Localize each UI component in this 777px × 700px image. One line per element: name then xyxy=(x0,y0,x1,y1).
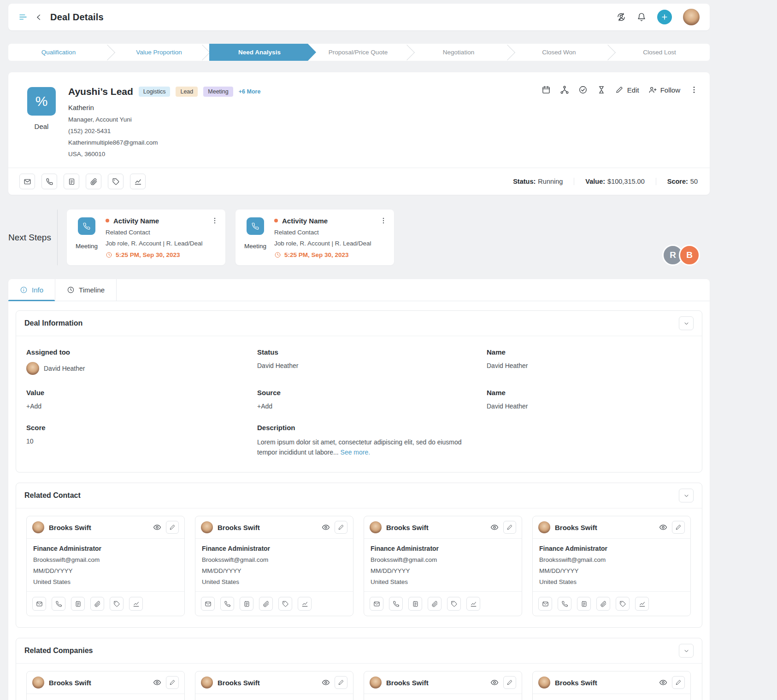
view-company-button[interactable] xyxy=(490,678,499,687)
stage-need-analysis[interactable]: Need Analysis xyxy=(209,44,316,61)
edit-company-button[interactable] xyxy=(166,676,179,689)
tag-button[interactable] xyxy=(110,597,124,611)
stage-negotiation[interactable]: Negotiation xyxy=(408,44,509,61)
email-button[interactable] xyxy=(32,597,46,611)
tag-button[interactable] xyxy=(278,597,292,611)
eye-icon xyxy=(490,678,499,687)
workflow-button[interactable] xyxy=(560,85,569,94)
related-contact-title: Related Contact xyxy=(24,491,81,500)
analytics-button[interactable] xyxy=(129,597,143,611)
call-button[interactable] xyxy=(52,597,65,611)
tag-lead: Lead xyxy=(176,87,198,97)
attachment-button[interactable] xyxy=(428,597,441,611)
tab-timeline[interactable]: Timeline xyxy=(55,279,117,301)
more-tags-link[interactable]: +6 More xyxy=(239,88,261,95)
call-button[interactable] xyxy=(558,597,571,611)
view-contact-button[interactable] xyxy=(322,523,330,531)
contact-name: Brooks Swift xyxy=(49,524,148,531)
contact-date: MM/DD/YYYY xyxy=(202,567,347,574)
email-button[interactable] xyxy=(19,174,35,189)
activity-name: Activity Name xyxy=(113,217,206,225)
chevron-down-icon xyxy=(683,320,690,327)
see-more-link[interactable]: See more. xyxy=(341,449,371,456)
mail-icon xyxy=(373,601,380,607)
call-button[interactable] xyxy=(220,597,234,611)
add-source-link[interactable]: +Add xyxy=(257,402,487,410)
notes-button[interactable] xyxy=(240,597,253,611)
stage-closed-lost[interactable]: Closed Lost xyxy=(609,44,710,61)
notes-button[interactable] xyxy=(71,597,85,611)
edit-company-button[interactable] xyxy=(335,676,347,689)
notes-button[interactable] xyxy=(577,597,591,611)
view-contact-button[interactable] xyxy=(153,523,161,531)
attachment-button[interactable] xyxy=(259,597,273,611)
collaborator-avatar-b[interactable]: B xyxy=(679,245,700,266)
call-button[interactable] xyxy=(41,174,57,189)
edit-contact-button[interactable] xyxy=(166,521,179,534)
stage-proposal-price-quote[interactable]: Proposal/Price Quote xyxy=(308,44,408,61)
edit-company-button[interactable] xyxy=(503,676,516,689)
paperclip-icon xyxy=(431,601,438,607)
tag-icon xyxy=(282,601,289,607)
menu-button[interactable] xyxy=(18,12,28,22)
analytics-button[interactable] xyxy=(466,597,480,611)
deal-location: USA, 360010 xyxy=(68,151,699,158)
tag-button[interactable] xyxy=(447,597,461,611)
company-card: Brooks Swift xyxy=(364,671,522,700)
attachment-button[interactable] xyxy=(596,597,610,611)
calendar-button[interactable] xyxy=(542,85,551,94)
attachment-button[interactable] xyxy=(90,597,104,611)
edit-contact-button[interactable] xyxy=(503,521,516,534)
analytics-button[interactable] xyxy=(298,597,312,611)
workflow-icon xyxy=(560,85,569,94)
analytics-button[interactable] xyxy=(130,174,146,189)
notes-button[interactable] xyxy=(408,597,422,611)
deal-metrics: Status:Running Value:$100,315.00 Score:5… xyxy=(502,178,699,185)
view-contact-button[interactable] xyxy=(490,523,499,531)
view-company-button[interactable] xyxy=(322,678,330,687)
attachment-button[interactable] xyxy=(86,174,101,189)
email-button[interactable] xyxy=(201,597,215,611)
tag-icon xyxy=(112,178,120,186)
tag-button[interactable] xyxy=(108,174,124,189)
analytics-button[interactable] xyxy=(635,597,649,611)
tab-info[interactable]: Info xyxy=(8,279,55,301)
task-button[interactable] xyxy=(578,85,588,94)
quick-add-button[interactable] xyxy=(657,10,672,24)
tag-button[interactable] xyxy=(616,597,630,611)
stage-closed-won[interactable]: Closed Won xyxy=(509,44,609,61)
notifications-button[interactable] xyxy=(637,12,646,22)
more-options-button[interactable] xyxy=(689,85,699,94)
add-value-link[interactable]: +Add xyxy=(26,402,257,410)
activity-more-button[interactable] xyxy=(211,216,219,225)
pencil-icon xyxy=(506,524,513,531)
pencil-icon xyxy=(169,679,176,686)
view-company-button[interactable] xyxy=(659,678,667,687)
back-button[interactable] xyxy=(35,13,43,22)
email-button[interactable] xyxy=(538,597,552,611)
stage-qualification[interactable]: Qualification xyxy=(8,44,109,61)
user-switch-button[interactable] xyxy=(617,12,626,22)
follow-button[interactable]: Follow xyxy=(648,86,680,94)
collapse-related-contact-button[interactable] xyxy=(679,489,694,502)
email-button[interactable] xyxy=(370,597,383,611)
user-avatar[interactable] xyxy=(683,9,700,25)
collapse-deal-information-button[interactable] xyxy=(679,316,694,330)
edit-contact-button[interactable] xyxy=(335,521,347,534)
stage-value-proportion[interactable]: Value Proportion xyxy=(109,44,209,61)
view-company-button[interactable] xyxy=(153,678,161,687)
activity-more-button[interactable] xyxy=(379,216,388,225)
pending-button[interactable] xyxy=(597,85,606,94)
notes-icon xyxy=(75,601,82,607)
collapse-related-companies-button[interactable] xyxy=(679,644,694,658)
call-button[interactable] xyxy=(389,597,403,611)
edit-button[interactable]: Edit xyxy=(615,86,639,94)
field-name-1: Name David Heather xyxy=(487,348,692,375)
edit-company-button[interactable] xyxy=(672,676,685,689)
view-contact-button[interactable] xyxy=(659,523,667,531)
notes-button[interactable] xyxy=(64,174,79,189)
tag-icon xyxy=(451,601,458,607)
clock-icon xyxy=(274,251,281,258)
edit-contact-button[interactable] xyxy=(672,521,685,534)
paperclip-icon xyxy=(90,178,98,186)
